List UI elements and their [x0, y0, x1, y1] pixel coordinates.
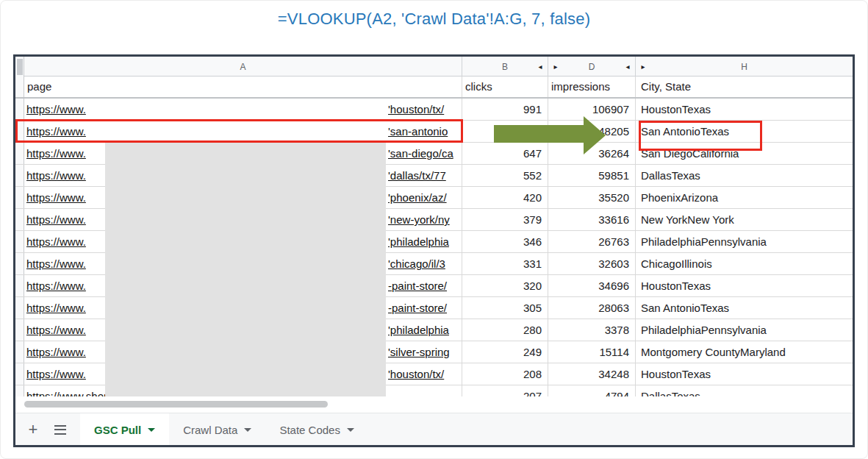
cell-clicks[interactable]: 320	[462, 275, 548, 296]
cell-city-state[interactable]: HoustonTexas	[636, 275, 853, 296]
cell-city-state[interactable]: PhoenixArizona	[636, 187, 853, 208]
cell-clicks[interactable]: 305	[462, 297, 548, 319]
cell-impressions[interactable]: 34248	[548, 363, 636, 385]
cell-clicks[interactable]: 249	[462, 341, 548, 363]
page-url-prefix[interactable]: https://www.	[26, 253, 86, 274]
cell-city-state[interactable]: Montgomery CountyMaryland	[636, 341, 853, 363]
header-cell-city-state[interactable]: City, State	[636, 76, 853, 97]
cell-city-state[interactable]: PhiladelphiaPennsylvania	[636, 231, 853, 252]
cell-city-state[interactable]: DallasTexas	[636, 165, 853, 186]
cell-impressions[interactable]: 33616	[548, 209, 636, 230]
page-url-fragment[interactable]: 'houston/tx/	[388, 363, 444, 385]
hidden-column-left-icon[interactable]: ▸	[639, 57, 648, 76]
all-sheets-menu-button[interactable]	[46, 413, 74, 446]
cell-city-state[interactable]: DallasTexas	[636, 385, 853, 396]
cell-city-state[interactable]: HoustonTexas	[636, 99, 853, 120]
column-header-H[interactable]: ▸H	[636, 57, 853, 76]
tab-dropdown-icon[interactable]	[347, 428, 354, 432]
row-header[interactable]	[15, 319, 24, 341]
tab-dropdown-icon[interactable]	[148, 428, 155, 432]
row-header[interactable]	[15, 385, 24, 396]
page-url-prefix[interactable]: https://www.	[26, 187, 86, 208]
page-url-fragment[interactable]: 'philadelphia	[388, 319, 449, 341]
row-header[interactable]	[15, 363, 24, 385]
page-url-prefix[interactable]: https://www.	[26, 99, 86, 120]
sheet-tab-state-codes[interactable]: State Codes	[265, 413, 368, 446]
cell-impressions[interactable]: 34696	[548, 275, 636, 296]
sheet-tab-label: GSC Pull	[94, 424, 141, 436]
cell-city-state[interactable]: San AntonioTexas	[636, 297, 853, 319]
cell-clicks[interactable]: 331	[462, 253, 548, 274]
cell-impressions[interactable]: 26763	[548, 231, 636, 252]
row-header[interactable]	[15, 165, 24, 186]
page-url-prefix[interactable]: https://www.	[26, 231, 86, 252]
cell-impressions[interactable]: 28063	[548, 297, 636, 319]
column-header-B[interactable]: B◂	[462, 57, 548, 76]
row-header[interactable]	[15, 231, 24, 252]
page-url-prefix[interactable]: https://www.	[26, 209, 86, 230]
cell-impressions[interactable]: 15114	[548, 341, 636, 363]
hidden-column-right-icon[interactable]: ◂	[536, 57, 545, 76]
cell-clicks[interactable]: 552	[462, 165, 548, 186]
cell-city-state[interactable]: ChicagoIllinois	[636, 253, 853, 274]
page-url-prefix[interactable]: https://www.	[26, 297, 86, 319]
cell-impressions[interactable]: 59851	[548, 165, 636, 186]
sheet-tab-crawl-data[interactable]: Crawl Data	[169, 413, 265, 446]
row-header[interactable]	[15, 187, 24, 208]
page-url-prefix[interactable]: https://www.	[26, 363, 86, 385]
row-header[interactable]	[15, 275, 24, 296]
page-url-prefix[interactable]: https://www.	[26, 165, 86, 186]
hidden-column-right-icon[interactable]: ◂	[623, 57, 632, 76]
page-url-prefix[interactable]: https://www.	[26, 143, 86, 164]
cell-clicks[interactable]: 420	[462, 187, 548, 208]
cell-page[interactable]: https://www.'houston/tx/	[24, 99, 462, 120]
column-header-A[interactable]: A	[24, 57, 462, 76]
select-all-corner[interactable]	[15, 57, 24, 76]
cell-clicks[interactable]: 207	[462, 385, 548, 396]
page-url-fragment[interactable]: -paint-store/	[388, 275, 447, 296]
header-cell-clicks[interactable]: clicks	[462, 76, 548, 97]
vlookup-formula-caption: =VLOOKUP(A2, 'Crawl Data'!A:G, 7, false)	[1, 10, 867, 29]
page-url-fragment[interactable]: 'silver-spring	[388, 341, 450, 363]
add-sheet-button[interactable]: +	[15, 413, 46, 446]
page-url-prefix[interactable]: https://www.	[26, 341, 86, 363]
screenshot-page: =VLOOKUP(A2, 'Crawl Data'!A:G, 7, false)…	[0, 0, 868, 459]
cell-clicks[interactable]: 280	[462, 319, 548, 341]
row-header[interactable]	[15, 209, 24, 230]
column-letter: A	[36, 62, 450, 72]
page-url-fragment[interactable]: 'dallas/tx/77	[388, 165, 446, 186]
page-url-prefix[interactable]: https://www.	[26, 275, 86, 296]
cell-city-state[interactable]: PhiladelphiaPennsylvania	[636, 319, 853, 341]
sheet-tab-gsc-pull[interactable]: GSC Pull	[80, 413, 169, 446]
page-url-fragment[interactable]: 'san-diego/ca	[388, 143, 453, 164]
cell-impressions[interactable]: 3378	[548, 319, 636, 341]
table-row: https://www.'houston/tx/991106907Houston…	[15, 99, 853, 121]
header-cell-impressions[interactable]: impressions	[548, 76, 636, 97]
cell-clicks[interactable]: 208	[462, 363, 548, 385]
row-header[interactable]	[15, 341, 24, 363]
cell-city-state[interactable]: New YorkNew York	[636, 209, 853, 230]
page-url-prefix[interactable]: https://www.	[26, 319, 86, 341]
cell-impressions[interactable]: 4794	[548, 385, 636, 396]
page-url-fragment[interactable]: 'phoenix/az/	[388, 187, 447, 208]
page-url-fragment[interactable]: -paint-store/	[388, 297, 447, 319]
row-header[interactable]	[15, 99, 24, 120]
cell-city-state[interactable]: HoustonTexas	[636, 363, 853, 385]
tab-dropdown-icon[interactable]	[244, 428, 251, 432]
cell-clicks[interactable]: 379	[462, 209, 548, 230]
cell-clicks[interactable]: 346	[462, 231, 548, 252]
row-header[interactable]	[15, 297, 24, 319]
page-url-fragment[interactable]: 'houston/tx/	[388, 99, 444, 120]
row-header[interactable]	[15, 253, 24, 274]
cell-impressions[interactable]: 35520	[548, 187, 636, 208]
row-header[interactable]	[15, 143, 24, 164]
page-url-fragment[interactable]: 'chicago/il/3	[388, 253, 445, 274]
hidden-column-left-icon[interactable]: ▸	[551, 57, 560, 76]
scrollbar-thumb[interactable]	[24, 401, 328, 408]
cell-impressions[interactable]: 32603	[548, 253, 636, 274]
row-header[interactable]	[15, 76, 24, 97]
page-url-fragment[interactable]: 'new-york/ny	[388, 209, 450, 230]
column-header-D[interactable]: ▸D◂	[548, 57, 636, 76]
header-cell-page[interactable]: page	[24, 76, 462, 97]
page-url-fragment[interactable]: 'philadelphia	[388, 231, 449, 252]
